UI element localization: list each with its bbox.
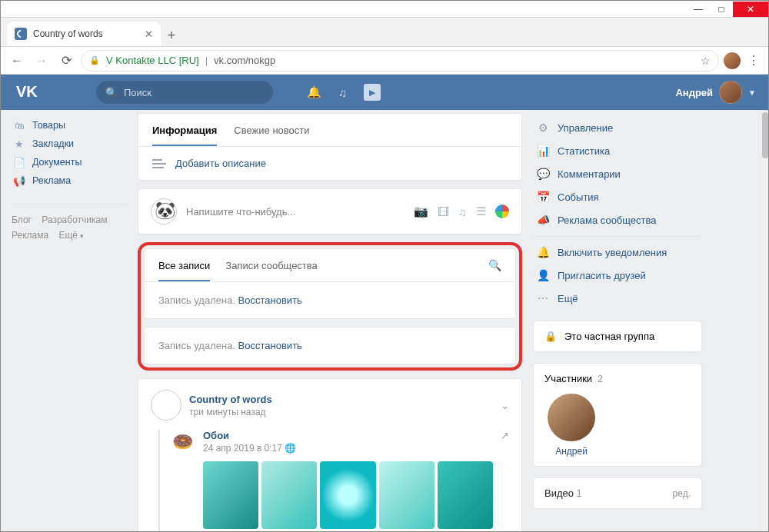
wall-search-icon[interactable]: 🔍 [488,259,501,271]
cert-label: V Kontakte LLC [RU] [106,55,199,66]
player-icon[interactable]: ▶ [364,84,381,101]
attach-more-icon[interactable]: ☰ [476,204,486,218]
text-icon [152,159,166,168]
bookmark-star-icon[interactable]: ☆ [701,55,711,67]
footer-blog[interactable]: Блог [12,212,32,228]
address-bar[interactable]: 🔒 V Kontakte LLC [RU] | vk.com/nokgp ☆ [81,50,719,71]
svg-text:VK: VK [16,84,38,100]
repost-author[interactable]: Обои [203,430,493,441]
members-count: 2 [598,373,603,384]
thumbnail[interactable] [261,461,317,529]
document-icon: 📄 [13,156,25,168]
new-post-placeholder: Напишите что-нибудь... [186,206,404,218]
reload-button[interactable]: ⟳ [56,51,76,71]
url-path: vk.com/nokgp [214,55,275,66]
attach-video-icon[interactable]: 🎞 [438,205,449,218]
window-titlebar: — □ ✕ [1,1,768,18]
members-card: Участники 2 Андрей [533,363,702,467]
header-user-name: Андрей [675,87,713,98]
stats-icon: 📊 [536,145,550,157]
right-more[interactable]: ⋯Ещё [533,287,702,310]
group-avatar-small [151,198,177,224]
post-author[interactable]: Country of words [189,394,272,405]
thumbnail[interactable] [320,461,375,529]
videos-title[interactable]: Видео [544,487,574,499]
sidebar-item-goods[interactable]: 🛍Товары [12,116,127,135]
restore-link[interactable]: Восстановить [238,340,302,351]
tab-news[interactable]: Свежие новости [234,114,309,146]
window-scrollbar[interactable] [762,110,768,531]
sidebar-item-documents[interactable]: 📄Документы [12,153,127,171]
post-menu-icon[interactable]: ⌄ [501,400,509,411]
close-tab-icon[interactable]: ✕ [145,28,153,40]
scrollbar-thumb[interactable] [762,112,768,158]
window-maximize[interactable]: □ [710,2,733,17]
sidebar-label: Документы [32,157,82,168]
wall-tab-all[interactable]: Все записи [158,249,210,281]
window-minimize[interactable]: — [687,2,710,17]
group-info-card: Информация Свежие новости Добавить описа… [138,113,522,181]
megaphone-icon: 📢 [13,175,25,187]
footer-dev[interactable]: Разработчикам [42,212,107,228]
music-icon[interactable]: ♫ [338,86,347,99]
chrome-profile-avatar[interactable] [724,52,741,69]
url-sep: | [205,55,208,66]
post-thumbnails [203,461,493,531]
more-icon: ⋯ [536,292,550,304]
comment-icon: 💬 [536,168,550,180]
thumbnail[interactable] [203,461,258,529]
footer-more[interactable]: Ещё [58,228,83,243]
right-manage[interactable]: ⚙Управление [533,116,702,139]
attach-music-icon[interactable]: ♫ [458,205,467,218]
right-invite[interactable]: 👤Пригласить друзей [533,264,702,287]
repost-share-icon[interactable]: ↗ [501,430,509,531]
https-lock-icon: 🔒 [89,55,100,65]
add-description-row[interactable]: Добавить описание [138,147,521,180]
thumbnail[interactable] [379,461,434,529]
repost-avatar[interactable] [169,430,195,456]
videos-edit-link[interactable]: ред. [673,488,691,499]
deleted-text: Запись удалена. [158,294,238,306]
restore-link[interactable]: Восстановить [238,294,302,306]
attach-mixed-icon[interactable] [495,204,509,218]
post-avatar[interactable] [151,390,181,421]
tab-info[interactable]: Информация [152,114,217,146]
back-button[interactable]: ← [7,51,27,71]
browser-toolbar: ← → ⟳ 🔒 V Kontakte LLC [RU] | vk.com/nok… [1,47,768,75]
header-user-menu[interactable]: Андрей ▼ [675,81,756,104]
member-item[interactable]: Андрей [544,394,598,457]
megaphone-icon: 📣 [536,214,550,226]
sidebar-label: Закладки [32,138,74,149]
right-ads[interactable]: 📣Реклама сообщества [533,208,702,231]
new-tab-button[interactable]: + [161,25,182,46]
sidebar-label: Реклама [32,175,71,186]
chrome-menu-icon[interactable]: ⋮ [745,53,762,68]
add-description-label: Добавить описание [175,158,266,169]
vk-favicon [15,28,27,40]
sidebar-label: Товары [32,120,65,131]
right-comments[interactable]: 💬Комментарии [533,162,702,185]
wall-tab-community[interactable]: Записи сообщества [225,249,318,281]
star-icon: ★ [13,138,25,150]
right-events[interactable]: 📅События [533,185,702,208]
new-post-box[interactable]: Напишите что-нибудь... 📷 🎞 ♫ ☰ [138,188,522,234]
sidebar-item-bookmarks[interactable]: ★Закладки [12,135,127,153]
right-notify[interactable]: 🔔Включить уведомления [533,236,702,264]
browser-tab[interactable]: Country of words ✕ [7,22,161,46]
attach-photo-icon[interactable]: 📷 [414,204,428,218]
vk-logo[interactable]: VK [16,84,85,101]
footer-ads[interactable]: Реклама [12,228,48,243]
thumbnail[interactable] [438,461,493,529]
browser-tab-strip: Country of words ✕ + [1,18,768,47]
right-column: ⚙Управление 📊Статистика 💬Комментарии 📅Со… [533,110,702,531]
header-search[interactable]: 🔍 Поиск [96,81,273,104]
notifications-icon[interactable]: 🔔 [307,85,321,99]
right-stats[interactable]: 📊Статистика [533,139,702,162]
sidebar-item-ads[interactable]: 📢Реклама [12,171,127,190]
forward-button[interactable]: → [32,51,52,71]
window-close[interactable]: ✕ [733,2,768,17]
globe-icon: 🌐 [285,443,296,454]
calendar-icon: 📅 [536,191,550,203]
videos-card: Видео 1 ред. [533,477,702,509]
members-title[interactable]: Участники [544,373,592,384]
